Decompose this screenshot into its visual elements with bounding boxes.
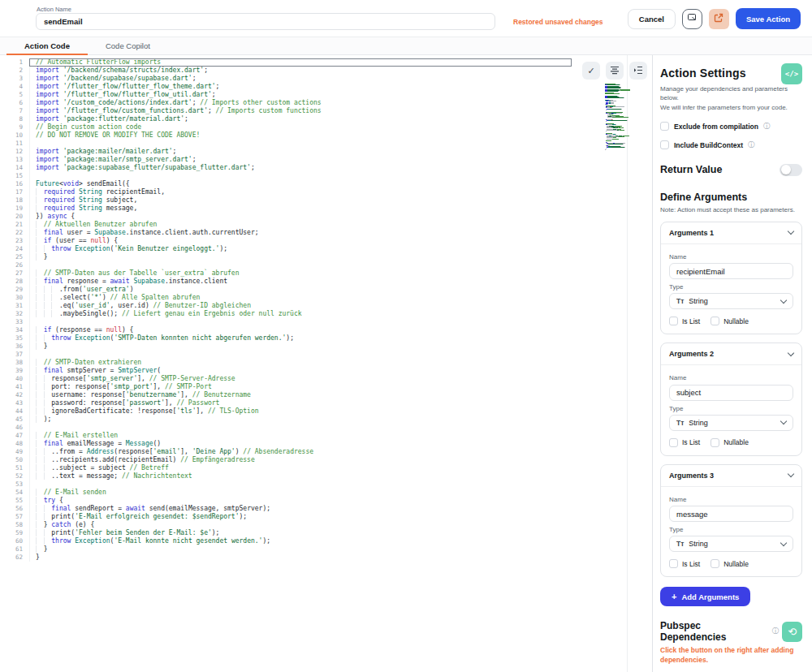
add-arguments-button[interactable]: + Add Arguments: [660, 587, 750, 606]
code-line[interactable]: 47 // E-Mail erstellen: [0, 432, 652, 440]
code-line[interactable]: 36 }: [0, 342, 652, 351]
code-line[interactable]: 22 final user = Supabase.instance.client…: [0, 229, 652, 237]
is-list-checkbox[interactable]: [669, 438, 678, 447]
code-line[interactable]: 1// Automatic FlutterFlow imports: [0, 58, 652, 67]
code-line[interactable]: 40 response['smtp_server'], // SMTP-Serv…: [0, 375, 652, 383]
code-line[interactable]: 34 if (response == null) {: [0, 326, 652, 334]
code-line[interactable]: 4import '/flutter_flow/flutter_flow_them…: [0, 83, 652, 91]
code-line[interactable]: 21 // Aktuellen Benutzer abrufen: [0, 221, 652, 229]
code-chip-button[interactable]: </>: [781, 63, 802, 84]
cancel-button[interactable]: Cancel: [628, 9, 676, 29]
code-line[interactable]: 30 .select('*') // Alle Spalten abrufen: [0, 294, 652, 302]
code-line[interactable]: 49 ..from = Address(response['email'], '…: [0, 448, 652, 456]
code-line[interactable]: 28 final response = await Supabase.insta…: [0, 278, 652, 286]
is-list-checkbox[interactable]: [669, 317, 678, 325]
argument-card-header[interactable]: Arguments 3: [661, 465, 801, 487]
code-line[interactable]: 15: [0, 172, 652, 180]
code-line[interactable]: 10// DO NOT REMOVE OR MODIFY THE CODE AB…: [0, 131, 652, 140]
code-line[interactable]: 7import '/flutter_flow/custom_functions.…: [0, 107, 652, 115]
code-line[interactable]: 20}) async {: [0, 213, 652, 221]
code-line[interactable]: 14import 'package:supabase_flutter/supab…: [0, 164, 652, 172]
code-line[interactable]: 45 );: [0, 416, 652, 424]
save-action-button[interactable]: Save Action: [736, 8, 801, 29]
code-line[interactable]: 9// Begin custom action code: [0, 123, 652, 131]
nullable-checkbox[interactable]: [710, 559, 719, 568]
code-text: // SMTP-Daten extrahieren: [29, 359, 572, 367]
code-line[interactable]: 6import '/custom_code/actions/index.dart…: [0, 99, 652, 107]
argument-card-header[interactable]: Arguments 1: [661, 222, 801, 244]
code-line[interactable]: 12import 'package:mailer/mailer.dart';: [0, 148, 652, 156]
code-line[interactable]: 53: [0, 480, 652, 489]
code-line[interactable]: 33: [0, 318, 652, 326]
code-line[interactable]: 48 final emailMessage = Message(): [0, 440, 652, 448]
code-line[interactable]: 26: [0, 261, 652, 269]
code-line[interactable]: 59 print('Fehler beim Senden der E-Mail:…: [0, 529, 652, 537]
code-line[interactable]: 17 required String recipientEmail,: [0, 188, 652, 196]
code-line[interactable]: 44 ignoreBadCertificate: !response['tls'…: [0, 407, 652, 416]
code-line[interactable]: 29 .from('user_extra'): [0, 286, 652, 294]
code-line[interactable]: 52 ..text = message; // Nachrichtentext: [0, 472, 652, 480]
code-line[interactable]: 8import 'package:flutter/material.dart';: [0, 115, 652, 123]
argument-name-input[interactable]: [669, 263, 793, 279]
code-line[interactable]: 55 try {: [0, 497, 652, 505]
code-line[interactable]: 61 }: [0, 545, 652, 554]
code-line[interactable]: 19 required String message,: [0, 205, 652, 213]
refresh-dependencies-button[interactable]: ⟲: [782, 622, 802, 642]
open-external-button[interactable]: [709, 9, 729, 29]
tab-code-copilot[interactable]: Code Copilot: [88, 37, 168, 54]
code-lines[interactable]: 1// Automatic FlutterFlow imports2import…: [0, 55, 652, 562]
code-line[interactable]: 62}: [0, 554, 652, 562]
info-icon[interactable]: ⓘ: [748, 140, 755, 150]
code-line[interactable]: 2import '/backend/schema/structs/index.d…: [0, 67, 652, 75]
code-editor[interactable]: 1// Automatic FlutterFlow imports2import…: [0, 55, 653, 672]
code-line[interactable]: 3import '/backend/supabase/supabase.dart…: [0, 75, 652, 83]
include-buildcontext-checkbox[interactable]: [660, 140, 669, 149]
exclude-compilation-checkbox[interactable]: [660, 122, 669, 131]
code-line[interactable]: 13import 'package:mailer/smtp_server.dar…: [0, 156, 652, 164]
format-code-button[interactable]: [606, 62, 624, 80]
nullable-checkbox[interactable]: [710, 438, 719, 447]
action-name-input[interactable]: [36, 13, 495, 30]
argument-type-select[interactable]: Tт String: [669, 293, 793, 309]
code-line[interactable]: 25 }: [0, 253, 652, 261]
code-line[interactable]: 58 } catch (e) {: [0, 521, 652, 529]
code-line[interactable]: 60 throw Exception('E-Mail konnte nicht …: [0, 537, 652, 545]
code-line[interactable]: 24 throw Exception('Kein Benutzer eingel…: [0, 245, 652, 253]
code-line[interactable]: 54 // E-Mail senden: [0, 489, 652, 497]
argument-type-select[interactable]: Tт String: [669, 536, 793, 552]
code-line[interactable]: 46: [0, 424, 652, 432]
code-line[interactable]: 57 print('E-Mail erfolgreich gesendet: $…: [0, 513, 652, 521]
indent-code-button[interactable]: [629, 62, 647, 80]
argument-type-select[interactable]: Tт String: [669, 415, 793, 431]
code-line[interactable]: 31 .eq('user_id', user.id) // Benutzer-I…: [0, 302, 652, 310]
info-icon[interactable]: ⓘ: [763, 122, 771, 131]
code-line[interactable]: 5import '/flutter_flow/flutter_flow_util…: [0, 91, 652, 99]
code-line[interactable]: 35 throw Exception('SMTP-Daten konnten n…: [0, 334, 652, 342]
code-line[interactable]: 16Future<void> sendEmail({: [0, 180, 652, 188]
code-line[interactable]: 50 ..recipients.add(recipientEmail) // E…: [0, 456, 652, 464]
argument-name-input[interactable]: [669, 385, 793, 401]
code-line[interactable]: 41 port: response['smtp_port'], // SMTP-…: [0, 383, 652, 391]
preview-button[interactable]: [682, 9, 702, 29]
return-value-toggle[interactable]: [780, 164, 802, 176]
code-line[interactable]: 18 required String subject,: [0, 196, 652, 205]
argument-name-input[interactable]: [669, 506, 793, 522]
validate-code-button[interactable]: ✓: [582, 62, 600, 80]
code-minimap[interactable]: [605, 84, 629, 150]
code-line[interactable]: 27 // SMTP-Daten aus der Tabelle `user_e…: [0, 269, 652, 278]
code-line[interactable]: 37: [0, 351, 652, 359]
code-line[interactable]: 51 ..subject = subject // Betreff: [0, 464, 652, 472]
code-line[interactable]: 23 if (user == null) {: [0, 237, 652, 245]
code-line[interactable]: 38 // SMTP-Daten extrahieren: [0, 359, 652, 367]
is-list-checkbox[interactable]: [669, 559, 678, 568]
code-line[interactable]: 39 final smtpServer = SmtpServer(: [0, 367, 652, 375]
argument-card-header[interactable]: Arguments 2: [661, 343, 801, 365]
code-line[interactable]: 56 final sendReport = await send(emailMe…: [0, 505, 652, 513]
code-line[interactable]: 11: [0, 140, 652, 148]
info-icon[interactable]: ⓘ: [772, 627, 780, 636]
nullable-checkbox[interactable]: [710, 317, 719, 325]
tab-action-code[interactable]: Action Code: [6, 37, 88, 54]
code-line[interactable]: 42 username: response['benutzername'], /…: [0, 391, 652, 399]
code-line[interactable]: 43 password: response['passwort'], // Pa…: [0, 399, 652, 407]
code-line[interactable]: 32 .maybeSingle(); // Liefert genau ein …: [0, 310, 652, 318]
